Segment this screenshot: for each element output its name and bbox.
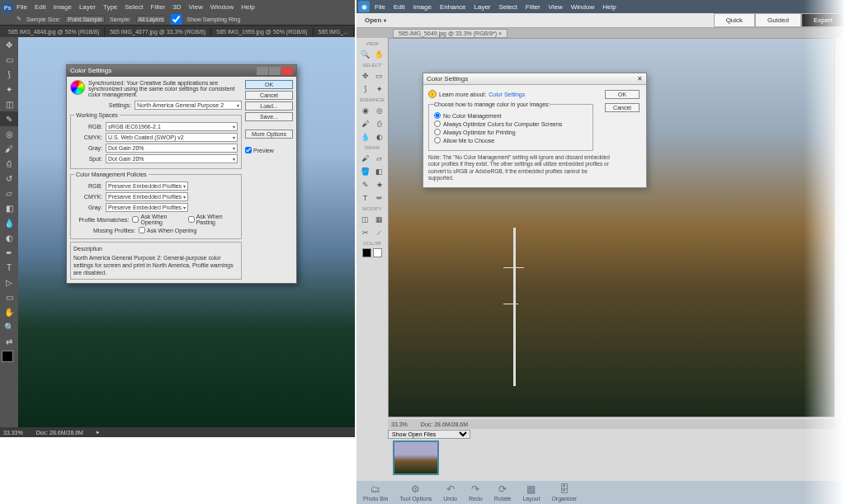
mode-quick[interactable]: Quick	[714, 13, 755, 27]
redeye-tool-icon[interactable]: ◉	[359, 105, 371, 116]
ps-tab-0[interactable]: 585 IMG_4848.jpg @ 50% (RGB/8)	[3, 27, 105, 36]
history-tool-icon[interactable]: ↺	[0, 171, 18, 186]
radio-print[interactable]	[434, 129, 441, 135]
pse-menu-help[interactable]: Help	[602, 3, 616, 11]
redo-button[interactable]: ↷Redo	[469, 483, 483, 502]
eraser-tool-icon[interactable]: ▱	[0, 186, 18, 200]
mode-expert[interactable]: Expert	[801, 13, 845, 27]
ps-menu-layer[interactable]: Layer	[79, 3, 96, 11]
rotate-button[interactable]: ⟳Rotate	[494, 483, 512, 502]
fg-color-icon[interactable]	[362, 248, 371, 257]
pse-menu-enhance[interactable]: Enhance	[440, 3, 466, 11]
ps-menu-3d[interactable]: 3D	[172, 3, 181, 11]
pen-tool-icon[interactable]: ✒	[0, 245, 18, 260]
pse-menu-file[interactable]: File	[375, 3, 385, 11]
pse-menu-window[interactable]: Window	[571, 3, 594, 11]
close-icon[interactable]: ✕	[637, 75, 643, 82]
sample-select[interactable]: All Layers	[136, 16, 167, 23]
settings-dropdown[interactable]: North America General Purpose 2	[135, 101, 242, 110]
layout-button[interactable]: ▦Layout	[522, 483, 540, 502]
ps-menu-window[interactable]: Window	[210, 3, 234, 11]
heal-tool-icon[interactable]: ◎	[0, 126, 18, 141]
more-options-button[interactable]: More Options	[245, 130, 293, 139]
ps-tab-1[interactable]: 585 IMG_4077.jpg @ 33.3% (RGB/8)	[105, 27, 211, 36]
close-icon[interactable]	[281, 67, 293, 75]
gradient-tool-icon[interactable]: ◧	[0, 200, 18, 215]
pse-dialog-titlebar[interactable]: Color Settings ✕	[423, 73, 646, 85]
sponge-tool-icon[interactable]: ◐	[373, 131, 385, 143]
ps-menu-view[interactable]: View	[189, 3, 203, 11]
dodge-tool-icon[interactable]: ◐	[0, 230, 18, 245]
lasso-tool-icon[interactable]: ⟆	[359, 83, 371, 95]
rgb-dropdown[interactable]: sRGB IEC61966-2.1	[106, 122, 238, 131]
stamp-tool-icon[interactable]: ⎙	[0, 156, 18, 171]
zoom-tool-icon[interactable]: 🔍	[0, 319, 18, 334]
blur-tool-icon[interactable]: 💧	[0, 215, 18, 230]
ask-open-checkbox[interactable]	[132, 216, 139, 223]
hand-tool-icon[interactable]: ✋	[373, 49, 385, 60]
move-tool-icon[interactable]: ✥	[359, 70, 371, 82]
pse-menu-select[interactable]: Select	[499, 3, 517, 11]
lasso-tool-icon[interactable]: ⟆	[0, 67, 18, 82]
marquee-tool-icon[interactable]: ▭	[373, 70, 385, 82]
ps-dialog-titlebar[interactable]: Color Settings	[67, 65, 296, 77]
preview-checkbox[interactable]	[245, 147, 252, 153]
pse-menu-layer[interactable]: Layer	[474, 3, 491, 11]
straighten-tool-icon[interactable]: ⟋	[373, 227, 385, 238]
fill-tool-icon[interactable]: 🪣	[359, 166, 371, 177]
pol-cmyk-dropdown[interactable]: Preserve Embedded Profiles	[106, 192, 188, 201]
eyedropper-tool-icon[interactable]: ✎	[0, 111, 18, 126]
pse-menu-image[interactable]: Image	[413, 3, 432, 11]
pse-ok-button[interactable]: OK	[605, 90, 640, 99]
ps-tab-3[interactable]: 585 IMG_...	[314, 27, 355, 36]
brush-tool-icon[interactable]: 🖌	[0, 141, 18, 156]
radio-none[interactable]	[434, 112, 441, 119]
ask-paste-checkbox[interactable]	[188, 216, 195, 223]
color-swatch-icon[interactable]	[2, 351, 13, 362]
open-files-dropdown[interactable]: Show Open Files	[388, 430, 470, 439]
ps-zoom-readout[interactable]: 33.33%	[3, 430, 23, 436]
ps-menu-filter[interactable]: Filter	[151, 3, 166, 11]
sample-size-select[interactable]: Point Sample	[65, 16, 105, 23]
photo-thumbnail[interactable]	[393, 440, 439, 475]
ps-menu-help[interactable]: Help	[241, 3, 254, 11]
radio-screen[interactable]	[434, 120, 441, 127]
wand-tool-icon[interactable]: ✦	[0, 82, 18, 97]
brush-tool-icon[interactable]: 🖌	[359, 153, 371, 164]
pse-menu-filter[interactable]: Filter	[526, 3, 541, 11]
picker-tool-icon[interactable]: ✎	[359, 179, 371, 191]
pencil-tool-icon[interactable]: ✏	[373, 192, 385, 204]
spot-dropdown[interactable]: Dot Gain 20%	[106, 154, 238, 163]
text-tool-icon[interactable]: T	[0, 260, 18, 275]
pse-tab-0[interactable]: 585-IMG_5649.jpg @ 33.3% (RGB/8*) ×	[393, 29, 507, 38]
move-tool-icon[interactable]: ✥	[0, 37, 18, 52]
ps-menu-image[interactable]: Image	[54, 3, 72, 11]
ps-menu-type[interactable]: Type	[103, 3, 117, 11]
blur-tool-icon[interactable]: 💧	[359, 131, 371, 143]
crop-tool-icon[interactable]: ◫	[0, 97, 18, 111]
zoom-tool-icon[interactable]: 🔍	[359, 49, 371, 60]
eraser-tool-icon[interactable]: ▱	[373, 153, 385, 164]
maximize-icon[interactable]	[269, 67, 281, 75]
quickselect-tool-icon[interactable]: ✦	[373, 83, 385, 95]
crop-tool-icon[interactable]: ◫	[359, 214, 371, 225]
ps-tab-2[interactable]: 585 IMG_1959.jpg @ 50% (RGB/8)	[211, 27, 313, 36]
chevron-right-icon[interactable]: ▸	[97, 429, 100, 436]
gradient-tool-icon[interactable]: ◧	[373, 166, 385, 177]
ok-button[interactable]: OK	[245, 80, 293, 89]
mode-guided[interactable]: Guided	[755, 13, 801, 27]
tool-options-button[interactable]: ⚙Tool Options	[399, 483, 432, 502]
minimize-icon[interactable]	[257, 67, 268, 75]
pse-zoom-readout[interactable]: 33.3%	[391, 422, 408, 427]
hand-tool-icon[interactable]: ✋	[0, 304, 18, 319]
clone-tool-icon[interactable]: ⎙	[373, 118, 385, 130]
pse-cancel-button[interactable]: Cancel	[605, 103, 640, 112]
text-tool-icon[interactable]: T	[359, 192, 371, 204]
shape-tool-icon[interactable]: ▭	[0, 290, 18, 304]
learn-link[interactable]: Color Settings	[489, 92, 525, 97]
organizer-button[interactable]: 🗄Organizer	[551, 483, 577, 502]
photo-bin-button[interactable]: 🗂Photo Bin	[363, 483, 388, 502]
path-tool-icon[interactable]: ▷	[0, 275, 18, 290]
heal-tool-icon[interactable]: ◎	[373, 105, 385, 116]
radio-choose[interactable]	[434, 137, 441, 144]
